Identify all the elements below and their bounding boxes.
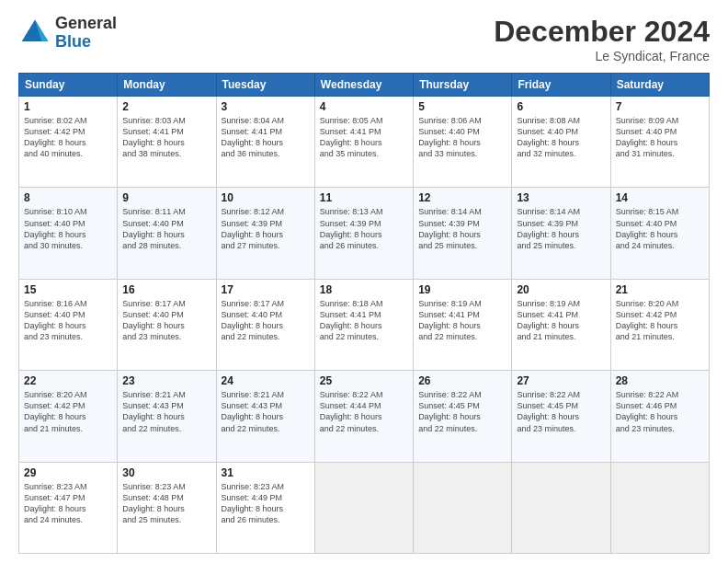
day-number: 9 <box>122 191 210 204</box>
day-info: Sunrise: 8:09 AMSunset: 4:40 PMDaylight:… <box>616 115 704 160</box>
col-sunday: Sunday <box>19 74 118 97</box>
day-info: Sunrise: 8:21 AMSunset: 4:43 PMDaylight:… <box>222 389 310 434</box>
table-row: 18Sunrise: 8:18 AMSunset: 4:41 PMDayligh… <box>314 279 413 370</box>
col-wednesday: Wednesday <box>314 74 413 97</box>
day-number: 20 <box>517 283 605 296</box>
day-number: 5 <box>418 100 506 113</box>
table-row <box>414 462 512 553</box>
table-row: 28Sunrise: 8:22 AMSunset: 4:46 PMDayligh… <box>610 371 709 462</box>
day-number: 24 <box>222 374 310 387</box>
table-row: 5Sunrise: 8:06 AMSunset: 4:40 PMDaylight… <box>414 97 512 188</box>
title-block: December 2024 Le Syndicat, France <box>494 15 710 63</box>
day-info: Sunrise: 8:11 AMSunset: 4:40 PMDaylight:… <box>122 206 210 251</box>
table-row: 10Sunrise: 8:12 AMSunset: 4:39 PMDayligh… <box>216 188 314 279</box>
day-info: Sunrise: 8:19 AMSunset: 4:41 PMDaylight:… <box>418 298 506 343</box>
day-info: Sunrise: 8:13 AMSunset: 4:39 PMDaylight:… <box>320 206 408 251</box>
table-row: 8Sunrise: 8:10 AMSunset: 4:40 PMDaylight… <box>19 188 118 279</box>
table-row: 9Sunrise: 8:11 AMSunset: 4:40 PMDaylight… <box>118 188 216 279</box>
calendar-week-4: 22Sunrise: 8:20 AMSunset: 4:42 PMDayligh… <box>19 371 710 462</box>
day-number: 7 <box>616 100 704 113</box>
day-info: Sunrise: 8:16 AMSunset: 4:40 PMDaylight:… <box>24 298 112 343</box>
day-info: Sunrise: 8:19 AMSunset: 4:41 PMDaylight:… <box>517 298 605 343</box>
day-number: 27 <box>517 374 605 387</box>
day-number: 21 <box>616 283 704 296</box>
day-info: Sunrise: 8:06 AMSunset: 4:40 PMDaylight:… <box>418 115 506 160</box>
table-row: 27Sunrise: 8:22 AMSunset: 4:45 PMDayligh… <box>512 371 610 462</box>
day-number: 10 <box>222 191 310 204</box>
calendar-week-2: 8Sunrise: 8:10 AMSunset: 4:40 PMDaylight… <box>19 188 710 279</box>
table-row <box>314 462 413 553</box>
page: General Blue December 2024 Le Syndicat, … <box>0 0 728 563</box>
day-info: Sunrise: 8:22 AMSunset: 4:44 PMDaylight:… <box>320 389 408 434</box>
day-number: 16 <box>122 283 210 296</box>
day-number: 17 <box>222 283 310 296</box>
calendar-header-row: Sunday Monday Tuesday Wednesday Thursday… <box>19 74 710 97</box>
table-row: 15Sunrise: 8:16 AMSunset: 4:40 PMDayligh… <box>19 279 118 370</box>
month-title: December 2024 <box>494 15 710 49</box>
day-info: Sunrise: 8:04 AMSunset: 4:41 PMDaylight:… <box>222 115 310 160</box>
table-row: 19Sunrise: 8:19 AMSunset: 4:41 PMDayligh… <box>414 279 512 370</box>
logo-icon <box>18 17 51 50</box>
table-row: 17Sunrise: 8:17 AMSunset: 4:40 PMDayligh… <box>216 279 314 370</box>
day-number: 2 <box>122 100 210 113</box>
day-info: Sunrise: 8:20 AMSunset: 4:42 PMDaylight:… <box>24 389 112 434</box>
day-info: Sunrise: 8:22 AMSunset: 4:45 PMDaylight:… <box>517 389 605 434</box>
day-number: 3 <box>222 100 310 113</box>
day-number: 6 <box>517 100 605 113</box>
table-row: 3Sunrise: 8:04 AMSunset: 4:41 PMDaylight… <box>216 97 314 188</box>
logo-blue: Blue <box>55 33 117 52</box>
day-number: 4 <box>320 100 408 113</box>
day-info: Sunrise: 8:20 AMSunset: 4:42 PMDaylight:… <box>616 298 704 343</box>
col-thursday: Thursday <box>414 74 512 97</box>
table-row: 25Sunrise: 8:22 AMSunset: 4:44 PMDayligh… <box>314 371 413 462</box>
table-row: 23Sunrise: 8:21 AMSunset: 4:43 PMDayligh… <box>118 371 216 462</box>
table-row: 26Sunrise: 8:22 AMSunset: 4:45 PMDayligh… <box>414 371 512 462</box>
day-number: 12 <box>418 191 506 204</box>
day-info: Sunrise: 8:23 AMSunset: 4:47 PMDaylight:… <box>24 481 112 526</box>
table-row: 7Sunrise: 8:09 AMSunset: 4:40 PMDaylight… <box>610 97 709 188</box>
col-monday: Monday <box>118 74 216 97</box>
table-row: 2Sunrise: 8:03 AMSunset: 4:41 PMDaylight… <box>118 97 216 188</box>
day-info: Sunrise: 8:21 AMSunset: 4:43 PMDaylight:… <box>122 389 210 434</box>
day-number: 18 <box>320 283 408 296</box>
day-number: 29 <box>24 466 112 479</box>
day-info: Sunrise: 8:12 AMSunset: 4:39 PMDaylight:… <box>222 206 310 251</box>
logo: General Blue <box>18 15 117 52</box>
day-info: Sunrise: 8:03 AMSunset: 4:41 PMDaylight:… <box>122 115 210 160</box>
calendar-week-1: 1Sunrise: 8:02 AMSunset: 4:42 PMDaylight… <box>19 97 710 188</box>
day-info: Sunrise: 8:23 AMSunset: 4:48 PMDaylight:… <box>122 481 210 526</box>
day-info: Sunrise: 8:17 AMSunset: 4:40 PMDaylight:… <box>222 298 310 343</box>
day-info: Sunrise: 8:14 AMSunset: 4:39 PMDaylight:… <box>418 206 506 251</box>
table-row <box>512 462 610 553</box>
col-friday: Friday <box>512 74 610 97</box>
day-info: Sunrise: 8:18 AMSunset: 4:41 PMDaylight:… <box>320 298 408 343</box>
table-row: 13Sunrise: 8:14 AMSunset: 4:39 PMDayligh… <box>512 188 610 279</box>
calendar-table: Sunday Monday Tuesday Wednesday Thursday… <box>18 73 710 554</box>
table-row: 1Sunrise: 8:02 AMSunset: 4:42 PMDaylight… <box>19 97 118 188</box>
day-info: Sunrise: 8:08 AMSunset: 4:40 PMDaylight:… <box>517 115 605 160</box>
day-number: 31 <box>222 466 310 479</box>
day-number: 28 <box>616 374 704 387</box>
day-number: 22 <box>24 374 112 387</box>
day-number: 19 <box>418 283 506 296</box>
table-row: 4Sunrise: 8:05 AMSunset: 4:41 PMDaylight… <box>314 97 413 188</box>
day-number: 8 <box>24 191 112 204</box>
table-row: 29Sunrise: 8:23 AMSunset: 4:47 PMDayligh… <box>19 462 118 553</box>
day-number: 13 <box>517 191 605 204</box>
table-row: 12Sunrise: 8:14 AMSunset: 4:39 PMDayligh… <box>414 188 512 279</box>
day-number: 11 <box>320 191 408 204</box>
day-info: Sunrise: 8:23 AMSunset: 4:49 PMDaylight:… <box>222 481 310 526</box>
logo-text: General Blue <box>55 15 117 52</box>
table-row: 6Sunrise: 8:08 AMSunset: 4:40 PMDaylight… <box>512 97 610 188</box>
table-row: 21Sunrise: 8:20 AMSunset: 4:42 PMDayligh… <box>610 279 709 370</box>
day-info: Sunrise: 8:05 AMSunset: 4:41 PMDaylight:… <box>320 115 408 160</box>
table-row: 30Sunrise: 8:23 AMSunset: 4:48 PMDayligh… <box>118 462 216 553</box>
col-tuesday: Tuesday <box>216 74 314 97</box>
table-row: 16Sunrise: 8:17 AMSunset: 4:40 PMDayligh… <box>118 279 216 370</box>
table-row: 24Sunrise: 8:21 AMSunset: 4:43 PMDayligh… <box>216 371 314 462</box>
header: General Blue December 2024 Le Syndicat, … <box>18 15 710 63</box>
col-saturday: Saturday <box>610 74 709 97</box>
day-number: 25 <box>320 374 408 387</box>
day-number: 30 <box>122 466 210 479</box>
day-info: Sunrise: 8:14 AMSunset: 4:39 PMDaylight:… <box>517 206 605 251</box>
